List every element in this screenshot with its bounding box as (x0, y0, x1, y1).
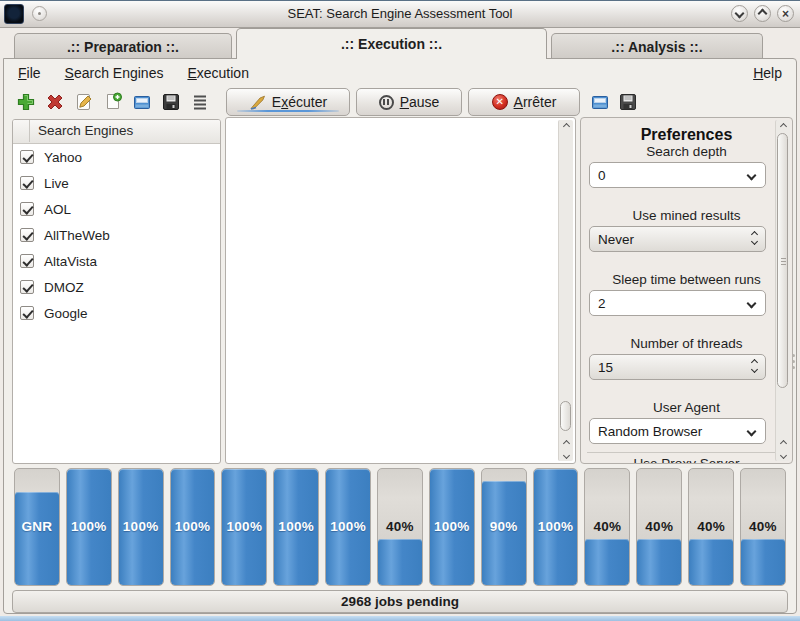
list-targets-icon[interactable] (188, 90, 212, 114)
preference-label: Use mined results (581, 208, 792, 223)
menu-execution[interactable]: Execution (187, 65, 249, 81)
bar-label: 100% (171, 519, 215, 534)
engine-checkbox[interactable] (20, 176, 34, 190)
scroll-down-icon[interactable] (776, 449, 790, 461)
engine-checkbox[interactable] (20, 306, 34, 320)
thread-progress-bar: 100% (170, 468, 216, 586)
tab-preparation[interactable]: .:: Preparation ::. (14, 33, 232, 59)
preference-combobox[interactable]: 15 (589, 354, 766, 380)
execution-log-panel[interactable] (225, 117, 576, 464)
preferences-scrollbar[interactable] (775, 120, 790, 461)
window-bottom-border (0, 616, 800, 621)
engine-row[interactable]: AllTheWeb (13, 222, 220, 248)
engine-row[interactable]: Live (13, 170, 220, 196)
preference-combobox[interactable]: 0 (589, 162, 766, 188)
preference-field: User Agent Random Browser (581, 400, 792, 444)
title-bar: SEAT: Search Engine Assessment Tool × (0, 1, 800, 28)
chevron-down-icon (735, 9, 745, 19)
preference-field: Number of threads 15 (581, 336, 792, 380)
scroll-up-icon[interactable] (776, 120, 790, 132)
spinner-icon (752, 360, 757, 372)
preference-field: Use mined results Never (581, 208, 792, 252)
bar-fill (15, 492, 59, 585)
bar-label: 100% (430, 519, 474, 534)
close-button[interactable]: × (777, 5, 794, 22)
execution-log-text (229, 119, 557, 462)
tab-analysis[interactable]: .:: Analysis ::. (551, 33, 763, 59)
search-engines-header[interactable]: Search Engines (13, 120, 220, 144)
preference-combobox[interactable]: 2 (589, 290, 766, 316)
menu-help[interactable]: Help (753, 65, 782, 81)
engine-row[interactable]: AOL (13, 196, 220, 222)
engine-label: Google (44, 306, 88, 321)
thread-progress-bar: 100% (533, 468, 579, 586)
preference-combobox[interactable]: Never (589, 226, 766, 252)
add-target-icon[interactable] (14, 90, 38, 114)
bar-label: 100% (274, 519, 318, 534)
thread-progress-bar: 40% (688, 468, 734, 586)
engine-label: Live (44, 176, 69, 191)
save-session-icon[interactable] (616, 90, 640, 114)
scroll-up-icon[interactable] (776, 437, 790, 449)
engine-row[interactable]: AltaVista (13, 248, 220, 274)
engine-row[interactable]: Google (13, 300, 220, 326)
checkmark-icon (22, 151, 33, 162)
scroll-up-icon[interactable] (559, 437, 573, 449)
thread-progress-bar: 100% (118, 468, 164, 586)
log-scrollbar[interactable] (558, 120, 573, 461)
bar-label: 40% (378, 519, 422, 534)
focus-underline (237, 110, 339, 112)
bar-fill (585, 539, 629, 585)
preference-value: 0 (598, 168, 606, 183)
engine-label: Yahoo (44, 150, 82, 165)
splitter-handle[interactable] (791, 354, 795, 376)
search-engines-panel: Search Engines Yahoo Live AOL AllTheWeb (12, 119, 221, 464)
log-scrollbar-thumb[interactable] (560, 401, 571, 431)
search-engines-list: Yahoo Live AOL AllTheWeb AltaVista (13, 144, 220, 326)
remove-target-icon[interactable] (43, 90, 67, 114)
engine-checkbox[interactable] (20, 280, 34, 294)
thread-progress-bar: 100% (221, 468, 267, 586)
chevron-down-icon (747, 299, 757, 309)
menu-search-engines[interactable]: Search Engines (65, 65, 164, 81)
jobs-pending-text: 2968 jobs pending (341, 594, 459, 609)
stop-button[interactable]: ✕ Arrêter (468, 88, 580, 116)
open-targets-icon[interactable] (130, 90, 154, 114)
engine-label: AltaVista (44, 254, 97, 269)
maximize-button[interactable] (754, 5, 771, 22)
spinner-icon (752, 232, 757, 244)
preferences-fields: Search depth 0 Use mined results Never (581, 144, 792, 444)
bar-label: 100% (534, 519, 578, 534)
checkmark-icon (22, 177, 33, 188)
engine-checkbox[interactable] (20, 150, 34, 164)
new-target-icon[interactable] (101, 90, 125, 114)
preference-label: Sleep time between runs (581, 272, 792, 287)
scroll-down-icon[interactable] (559, 449, 573, 461)
thread-progress-bar: 40% (636, 468, 682, 586)
save-targets-icon[interactable] (159, 90, 183, 114)
checkmark-icon (22, 203, 33, 214)
thread-progress-bar: GNR (14, 468, 60, 586)
bar-fill (637, 539, 681, 585)
use-proxy-server-label: Use Proxy Server (581, 456, 792, 464)
bar-label: 40% (741, 519, 785, 534)
execute-button[interactable]: Exécuter (226, 88, 350, 116)
pause-button[interactable]: Pause (356, 88, 462, 116)
preference-combobox[interactable]: Random Browser (589, 418, 766, 444)
engine-checkbox[interactable] (20, 254, 34, 268)
scroll-up-icon[interactable] (559, 120, 573, 132)
engine-checkbox[interactable] (20, 202, 34, 216)
open-session-icon[interactable] (588, 90, 612, 114)
edit-target-icon[interactable] (72, 90, 96, 114)
preferences-scrollbar-thumb[interactable] (777, 133, 788, 388)
chevron-down-icon (747, 171, 757, 181)
menu-file[interactable]: File (18, 65, 41, 81)
engine-checkbox[interactable] (20, 228, 34, 242)
shade-button[interactable] (731, 5, 748, 22)
preference-value: Random Browser (598, 424, 702, 439)
engine-row[interactable]: Yahoo (13, 144, 220, 170)
bar-label: 40% (689, 519, 733, 534)
tab-execution[interactable]: .:: Execution ::. (236, 28, 547, 59)
bar-label: 100% (222, 519, 266, 534)
engine-row[interactable]: DMOZ (13, 274, 220, 300)
